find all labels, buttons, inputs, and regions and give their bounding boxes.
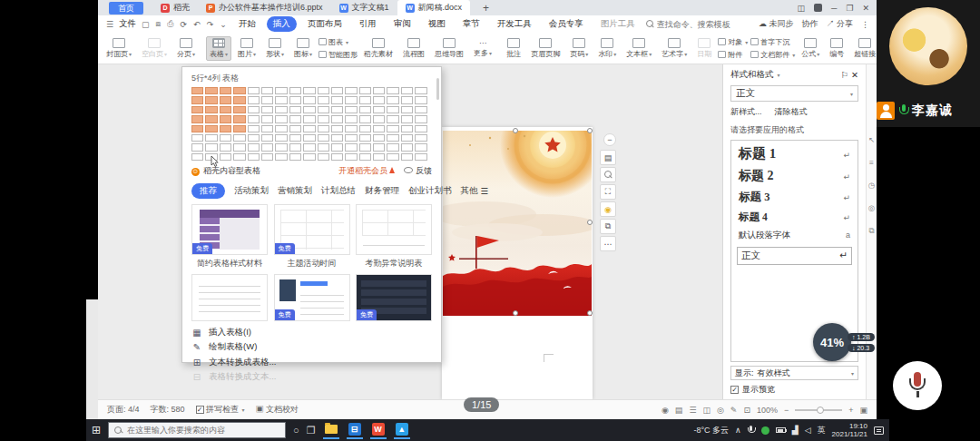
grid-cell[interactable] [331,143,343,151]
grid-cell[interactable] [261,96,273,103]
selection-handle[interactable] [587,128,593,133]
weather-widget[interactable]: -8°C 多云 [694,425,730,436]
grid-cell[interactable] [387,143,398,151]
print-icon[interactable]: ⎙ [166,19,174,29]
save-icon[interactable]: ▢ [141,20,151,29]
grid-cell[interactable] [303,125,315,132]
grid-cell[interactable] [345,153,357,161]
task-view-icon[interactable]: ❐ [307,425,316,436]
webcam-overlay[interactable]: 李嘉诚 [877,0,980,127]
grid-cell[interactable] [191,87,203,94]
tab-doc1[interactable]: W 文字文稿1 [331,0,397,15]
grid-cell[interactable] [373,106,385,113]
fullscreen-icon[interactable]: ▣ [859,406,867,415]
grid-cell[interactable] [289,153,301,161]
ribbon-attachment[interactable]: 附件 [718,50,748,60]
ribbon-doc-parts[interactable]: 文档部件▾ [750,50,795,60]
selection-handle[interactable] [513,128,518,133]
grid-cell[interactable] [261,143,273,151]
grid-cell[interactable] [191,125,203,132]
grid-cell[interactable] [233,106,245,113]
grid-cell[interactable] [289,106,301,113]
grid-cell[interactable] [331,106,343,113]
category-business[interactable]: 创业计划书 [408,185,452,197]
crop-icon[interactable]: ⛶ [600,184,616,200]
wechat-tray-icon[interactable] [761,426,769,435]
grid-cell[interactable] [248,125,260,132]
grid-cell[interactable] [387,106,398,113]
grid-cell[interactable] [373,87,385,94]
show-filter-select[interactable]: 显示: 有效样式 ▾ [730,366,858,380]
grid-cell[interactable] [387,115,398,122]
grid-cell[interactable] [373,143,385,151]
style-heading1[interactable]: 标题 1↵ [731,142,858,165]
grid-cell[interactable] [205,134,217,142]
grid-cell[interactable] [220,106,231,113]
grid-cell[interactable] [303,153,315,161]
grid-cell[interactable] [359,134,371,142]
command-search[interactable] [646,20,744,29]
grid-cell[interactable] [401,106,413,113]
feedback-link[interactable]: 反馈 [404,165,432,177]
grid-cell[interactable] [318,143,329,151]
style-default-font[interactable]: 默认段落字体a [731,227,858,244]
grid-cell[interactable] [275,134,287,142]
grid-cell[interactable] [220,134,231,142]
document-page[interactable] [442,127,593,399]
grid-cell[interactable] [220,87,231,94]
template-card[interactable]: 免费 [356,274,432,321]
grid-cell[interactable] [220,143,231,151]
grid-cell[interactable] [191,106,203,113]
close-icon[interactable]: ✕ [862,4,869,13]
hamburger-icon[interactable]: ☰ [105,20,114,29]
pin-icon[interactable]: ⚐ [841,70,849,80]
text-to-table-item[interactable]: ⊞文本转换成表格... [191,355,432,370]
ribbon-table[interactable]: 表格▾ [206,36,231,61]
grid-cell[interactable] [359,115,371,122]
action-center-icon[interactable] [874,426,884,435]
wps-button[interactable]: W [370,421,387,439]
wrap-layout-icon[interactable]: ▤ [600,150,616,165]
grid-cell[interactable] [248,87,260,94]
tab-insert[interactable]: 插入 [267,16,297,32]
sync-status[interactable]: ☁ 未同步 [759,18,794,30]
grid-cell[interactable] [289,134,301,142]
grid-cell[interactable] [401,87,413,94]
zoom-icon[interactable] [600,167,616,182]
undo-icon[interactable]: ↶ [192,20,201,29]
dropdown-scrollbar[interactable] [436,78,439,100]
taskbar-search-input[interactable] [127,426,272,435]
grid-cell[interactable] [359,143,371,151]
grid-cell[interactable] [401,125,413,132]
grid-cell[interactable] [359,96,371,103]
grid-cell[interactable] [373,96,385,103]
tab-docer[interactable]: D 稻壳 [152,0,198,15]
document-image[interactable] [443,131,592,316]
grid-cell[interactable] [318,96,329,103]
selection-handle[interactable] [587,220,593,225]
grid-cell[interactable] [205,106,217,113]
grid-cell[interactable] [303,96,315,103]
docs-app-button[interactable]: ▲ [394,421,410,439]
tab-pptx[interactable]: P 办公软件基本操作培训6.pptx [198,0,331,15]
preview-checkbox[interactable]: ✓ [730,386,739,394]
ribbon-formula[interactable]: 公式▾ [798,36,823,61]
adjust-icon[interactable]: ≡ [869,158,874,167]
export-icon[interactable]: ⧈ [155,19,162,29]
grid-cell[interactable] [387,87,398,94]
grid-cell[interactable] [275,96,287,103]
grid-cell[interactable] [261,125,273,132]
tab-dev-tools[interactable]: 开发工具 [491,16,538,32]
category-other[interactable]: 其他☰ [461,185,489,197]
grid-cell[interactable] [275,87,287,94]
show-preview-row[interactable]: ✓ 显示预览 [730,384,858,396]
more-menu-icon[interactable]: ⋮ [861,20,869,29]
grid-cell[interactable] [359,87,371,94]
grid-cell[interactable] [248,115,260,122]
grid-cell[interactable] [415,134,426,142]
grid-cell[interactable] [233,115,245,122]
grid-cell[interactable] [205,143,217,151]
maximize-icon[interactable]: ❐ [846,4,853,13]
tab-view[interactable]: 视图 [422,16,452,32]
current-style-select[interactable]: 正文 ▾ [730,85,858,102]
